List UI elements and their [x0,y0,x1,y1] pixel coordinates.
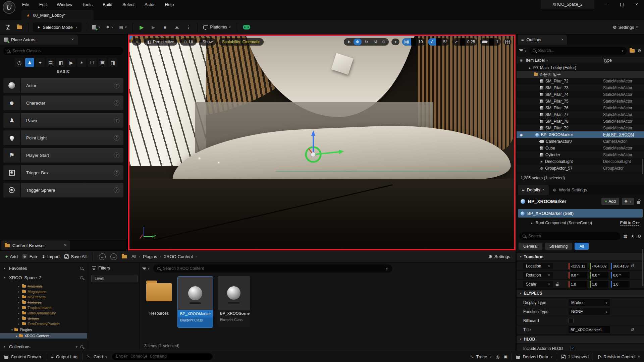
level-tab[interactable]: ▲ 00_Main_Lobby* [21,10,94,20]
outliner-row[interactable]: SM_Pilar_75StaticMeshActor [517,98,644,105]
outliner-row[interactable]: CameraActor0CameraActor [517,138,644,145]
outliner-row[interactable]: SM_Pilar_74StaticMeshActor [517,91,644,98]
cmd-dropdown[interactable]: >_ Cmd ∨ [87,354,107,359]
close-icon[interactable]: × [542,187,545,192]
scale-x[interactable]: 1.0 [569,281,587,288]
revision-control-dropdown[interactable]: Revision Control ∨ [597,354,640,359]
details-scrollbar[interactable] [642,249,643,286]
asset-tile-bp-xrooscene[interactable]: BP_XROOScene Blueprint Class [218,276,250,327]
menu-build[interactable]: Build [103,2,112,7]
back-button[interactable]: ← [99,253,106,260]
category-visual-effects[interactable]: ✶ [77,58,86,67]
scale-tool[interactable]: ⇲ [371,39,379,45]
tree-folder[interactable]: ▸Tropical Island [0,305,87,310]
content-drawer-button[interactable]: Content Drawer [4,354,41,359]
stop-button[interactable]: ■ [161,22,169,32]
selection-mode-dropdown[interactable]: ➤ Selection Mode ∨ [33,22,82,32]
console-command-field[interactable] [112,353,213,360]
tree-folder[interactable]: ▸Textures [0,300,87,305]
category-volumes[interactable]: ▣ [98,58,107,67]
forward-button[interactable]: → [110,253,117,260]
filter-all[interactable]: All [575,243,588,250]
place-actor-item-actor[interactable]: Actor ? [3,78,123,93]
billboard-checkbox[interactable] [569,318,574,323]
reset-icon[interactable]: ↺ [631,263,634,268]
category-basic[interactable]: ♟ [25,58,34,67]
content-browser-tab[interactable]: Content Browser × [1,240,70,250]
play-button[interactable]: ▶ [137,22,146,32]
property-matrix-button[interactable]: ▦ [623,234,627,239]
unreal-logo[interactable]: U [3,1,15,14]
platforms-dropdown[interactable]: Platforms ∨ [202,22,232,32]
place-actor-item-pawn[interactable]: ♟ Pawn ? [3,113,123,128]
rotation-snap-control[interactable]: ∠ 5° [428,38,449,46]
scalability-warning[interactable]: Scalability: Cinematic [219,38,264,46]
scale-snap-control[interactable]: ↗ 0.25 [452,38,477,46]
hlod-section-header[interactable]: ▾ HLOD [517,335,644,343]
fab-button[interactable]: Fab [22,254,37,259]
cb-add-button[interactable]: +Add [5,254,18,259]
rotate-tool[interactable]: ↻ [362,39,370,45]
tree-folder[interactable]: ▸UltraDynamicSky [0,310,87,316]
category-lights[interactable]: ✦ [36,58,45,67]
outliner-header[interactable]: ◉ Item Label▴ Type [517,57,644,64]
blueprints-dropdown[interactable]: ❖∨ [105,22,115,32]
close-icon[interactable]: × [64,243,66,248]
menu-tools[interactable]: Tools [83,2,93,7]
tree-folder[interactable]: ▸Unique [0,316,87,321]
outliner-row[interactable]: SM_Pilar_79StaticMeshActor [517,125,644,131]
camera-speed-control[interactable]: 1 [480,38,501,46]
details-search-input[interactable] [528,234,617,238]
favorites-button[interactable]: ★ [631,234,635,239]
outliner-row-selected[interactable]: ◉ BP_XROOMarker Edit BP_XROOM [517,131,644,138]
output-log-button[interactable]: ≡ Output Log [51,354,77,359]
menu-actor[interactable]: Actor [145,2,155,7]
scale-dropdown[interactable]: Scale∨ [523,281,553,288]
location-x[interactable]: -3259.11 [569,263,587,269]
category-all-classes[interactable]: ◨ [108,58,117,67]
filters-header[interactable]: Filters [92,265,110,270]
outliner-settings-button[interactable]: ⚙ [637,48,641,53]
minimize-button[interactable]: – [600,0,614,9]
add-actor-dropdown[interactable]: ∨ [91,22,102,32]
tree-xroo-content-selected[interactable]: ▸XROO Content [0,333,87,339]
tree-folder[interactable]: ▸ZeroDensityParticle [0,321,87,326]
help-icon[interactable]: ? [114,153,119,158]
outliner-row[interactable]: ☀DirectionalLightDirectionalLight [517,158,644,165]
viewport-options-menu[interactable]: ≡ [132,38,141,46]
type-column[interactable]: Type [603,58,644,63]
edit-in-cpp-link[interactable]: Edit in C++ [620,221,640,226]
skip-frame-button[interactable]: ▶ [149,22,158,32]
new-folder-button[interactable] [630,49,635,53]
viewport[interactable]: ≡ ◧ Perspective ⊙ Lit Show Scalability: … [128,35,516,250]
browse-content-button[interactable] [15,22,24,32]
outliner-row-level[interactable]: ▲ 00_Main_Lobby (Editor) [517,64,644,71]
place-actor-item-player-start[interactable]: ⚑ Player Start ? [3,148,123,163]
level-filter-chip[interactable]: Level [91,275,138,282]
import-button[interactable]: ↧Import [42,254,60,259]
world-settings-tab[interactable]: ⊕ World Settings [549,185,591,195]
details-search[interactable] [519,232,620,240]
add-component-button[interactable]: +Add [601,198,619,205]
favorites-section[interactable]: ▸ Favorites [0,264,87,272]
scale-z[interactable]: 1.0 [611,281,630,288]
camera-speed-value[interactable]: 1 [494,38,501,46]
place-actors-search[interactable] [3,47,123,55]
save-all-button[interactable]: Save All [64,254,87,259]
outliner-filter-button[interactable]: ∨ [519,49,527,52]
lock-icon[interactable] [637,201,640,204]
place-actor-item-character[interactable]: ☻ Character ? [3,96,123,110]
tree-plugins[interactable]: ▾Plugins [0,327,87,333]
select-tool[interactable]: ➤ [345,39,353,45]
function-type-dropdown[interactable]: NONE∨ [569,308,610,315]
device-preview-button[interactable] [241,22,252,32]
outliner-row-folder[interactable]: 라운지 입구 [517,71,644,78]
close-icon[interactable]: × [561,37,564,42]
outliner-row[interactable]: SM_Pilar_76StaticMeshActor [517,105,644,111]
outliner-search[interactable]: ∨ [529,47,627,55]
component-self-row[interactable]: BP_XROOMarker (Self) [518,209,643,218]
place-actor-item-trigger-sphere[interactable]: Trigger Sphere ? [3,183,123,197]
display-type-dropdown[interactable]: Marker∨ [569,299,610,306]
perspective-dropdown[interactable]: ◧ Perspective [144,38,177,46]
edit-blueprint-link[interactable]: Edit BP_XROOM [603,132,644,137]
